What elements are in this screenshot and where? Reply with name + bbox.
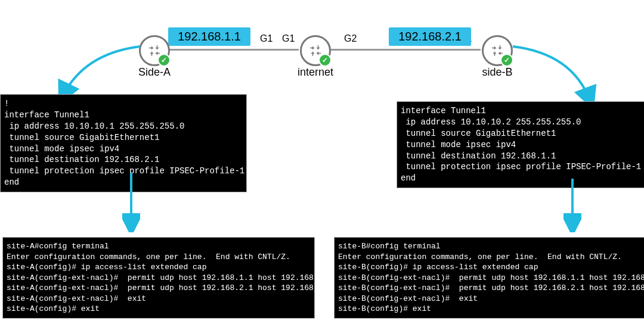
arrow-a-to-config <box>48 42 146 101</box>
port-label-mid-left: G1 <box>282 33 295 44</box>
router-internet-icon: ✓ <box>300 35 331 66</box>
arrow-a-to-acl <box>122 173 140 232</box>
arrow-b-to-acl <box>564 179 581 232</box>
ip-highlight-b: 192.168.2.1 <box>389 27 471 46</box>
arrow-b-to-config <box>507 42 605 107</box>
ip-highlight-a: 192.168.1.1 <box>168 27 250 46</box>
terminal-side-a-acl: site-A#config terminal Enter configurati… <box>2 237 315 319</box>
terminal-side-b-config: interface Tunnel1 ip address 10.10.10.2 … <box>397 101 644 188</box>
port-label-a-right: G1 <box>260 33 273 44</box>
status-ok-icon: ✓ <box>318 54 332 67</box>
link-internet-to-b <box>329 49 481 51</box>
link-a-to-internet <box>168 49 299 51</box>
port-label-mid-right: G2 <box>344 33 357 44</box>
status-ok-icon: ✓ <box>157 54 171 67</box>
terminal-side-b-acl: site-B#config terminal Enter configurati… <box>334 237 644 319</box>
node-label-internet: internet <box>298 66 333 79</box>
